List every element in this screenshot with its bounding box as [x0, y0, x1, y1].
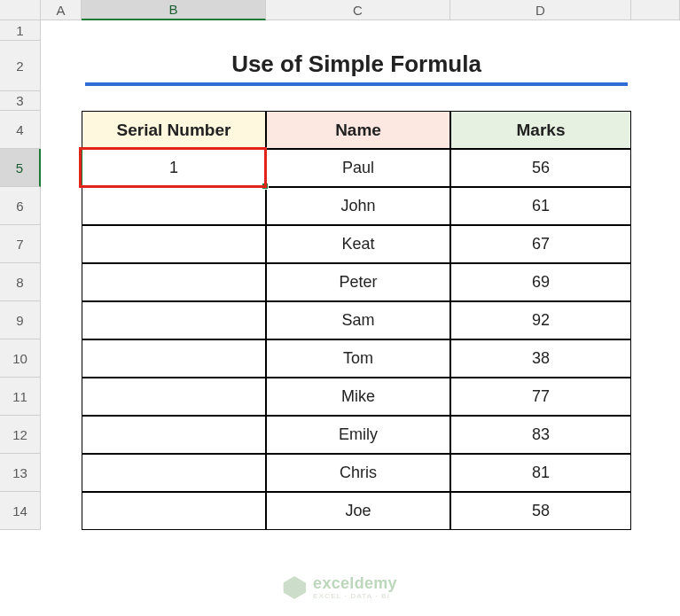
- cell-B5[interactable]: 1: [82, 149, 266, 187]
- watermark: exceldemy EXCEL · DATA · BI: [283, 575, 397, 600]
- cell-D11[interactable]: 77: [450, 378, 631, 416]
- watermark-icon: [283, 576, 306, 599]
- cell-C9[interactable]: Sam: [266, 301, 450, 339]
- cell-B13[interactable]: [82, 454, 266, 492]
- cell-B11[interactable]: [82, 378, 266, 416]
- col-header-B[interactable]: B: [82, 0, 266, 20]
- row-header-7[interactable]: 7: [0, 225, 41, 263]
- row-header-3[interactable]: 3: [0, 91, 41, 111]
- col-header-A[interactable]: A: [41, 0, 82, 20]
- row-header-6[interactable]: 6: [0, 187, 41, 225]
- fill-handle[interactable]: [262, 183, 269, 190]
- row-header-11[interactable]: 11: [0, 378, 41, 416]
- col-header-blank: [631, 0, 680, 20]
- row-header-9[interactable]: 9: [0, 301, 41, 339]
- cell-C7[interactable]: Keat: [266, 225, 450, 263]
- row-header-2[interactable]: 2: [0, 41, 41, 91]
- cell-D7[interactable]: 67: [450, 225, 631, 263]
- data-table: Serial Number Name Marks 1 Paul 56 John …: [82, 111, 631, 530]
- cell-B14[interactable]: [82, 492, 266, 530]
- cell-B9[interactable]: [82, 301, 266, 339]
- cell-D10[interactable]: 38: [450, 339, 631, 378]
- cell-D13[interactable]: 81: [450, 454, 631, 492]
- row-header-4[interactable]: 4: [0, 111, 41, 149]
- row-header-14[interactable]: 14: [0, 492, 41, 530]
- cell-D5[interactable]: 56: [450, 149, 631, 187]
- th-name[interactable]: Name: [266, 111, 450, 149]
- col-header-C[interactable]: C: [266, 0, 450, 20]
- th-marks[interactable]: Marks: [450, 111, 631, 149]
- watermark-sub: EXCEL · DATA · BI: [313, 593, 397, 600]
- watermark-title: exceldemy: [313, 575, 397, 591]
- row-header-1[interactable]: 1: [0, 20, 41, 41]
- row-header-12[interactable]: 12: [0, 416, 41, 454]
- cell-C10[interactable]: Tom: [266, 339, 450, 378]
- cell-B6[interactable]: [82, 187, 266, 225]
- cell-C14[interactable]: Joe: [266, 492, 450, 530]
- cell-D8[interactable]: 69: [450, 263, 631, 301]
- cell-B7[interactable]: [82, 225, 266, 263]
- col-header-D[interactable]: D: [450, 0, 631, 20]
- cell-B10[interactable]: [82, 339, 266, 378]
- spreadsheet-grid: A B C D 1 2 3 4 5 6 7 8 9 10 11 12 13 14…: [0, 0, 680, 560]
- page-title: Use of Simple Formula: [85, 46, 628, 86]
- cell-D6[interactable]: 61: [450, 187, 631, 225]
- cell-C11[interactable]: Mike: [266, 378, 450, 416]
- cell-D9[interactable]: 92: [450, 301, 631, 339]
- row-header-13[interactable]: 13: [0, 454, 41, 492]
- cell-C5[interactable]: Paul: [266, 149, 450, 187]
- cell-C12[interactable]: Emily: [266, 416, 450, 454]
- cell-C6[interactable]: John: [266, 187, 450, 225]
- cell-B12[interactable]: [82, 416, 266, 454]
- select-all-corner[interactable]: [0, 0, 41, 20]
- cell-D12[interactable]: 83: [450, 416, 631, 454]
- th-serial[interactable]: Serial Number: [82, 111, 266, 149]
- cell-D14[interactable]: 58: [450, 492, 631, 530]
- cell-C8[interactable]: Peter: [266, 263, 450, 301]
- cell-B8[interactable]: [82, 263, 266, 301]
- row-header-10[interactable]: 10: [0, 339, 41, 378]
- row-header-5[interactable]: 5: [0, 149, 41, 187]
- cell-C13[interactable]: Chris: [266, 454, 450, 492]
- row-header-8[interactable]: 8: [0, 263, 41, 301]
